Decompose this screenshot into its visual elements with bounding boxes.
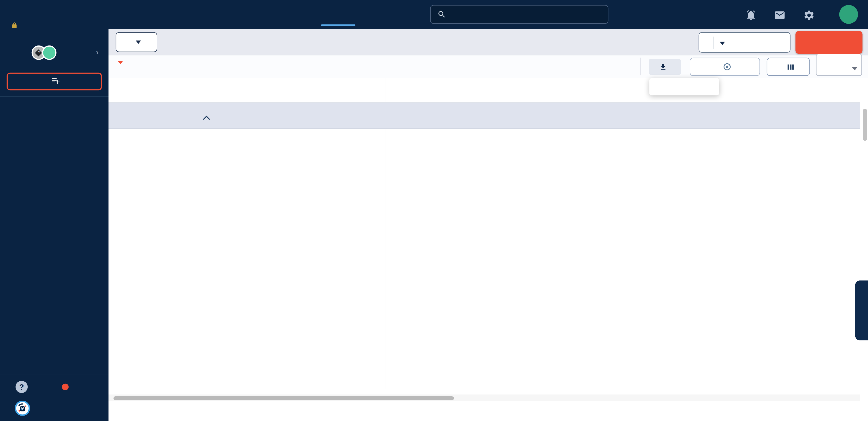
sidebar-item-chat-rosie[interactable]: R (0, 400, 108, 417)
sidebar: ? › ? (0, 0, 108, 421)
divider (640, 58, 640, 75)
table-toolbar (108, 55, 868, 78)
recommendations-button[interactable] (690, 58, 760, 76)
columns-icon (786, 63, 794, 71)
divider (0, 375, 108, 375)
svg-text:R: R (22, 408, 24, 411)
export-dropdown-menu[interactable] (649, 78, 719, 95)
search-icon (437, 10, 446, 19)
caret-down-icon[interactable] (720, 38, 725, 47)
labor-need-table (108, 78, 860, 389)
divider (714, 36, 714, 49)
mail-icon[interactable] (773, 9, 785, 21)
groups-row[interactable]: ? › (0, 46, 108, 61)
eye-icon (723, 63, 731, 71)
help-icon: ? (16, 381, 28, 393)
group-avatar-2[interactable] (42, 46, 57, 60)
brand-subtitle (9, 22, 20, 31)
collapse-chevron-icon[interactable] (203, 112, 210, 122)
caret-down-icon (852, 63, 857, 73)
playlist-add-icon (52, 76, 60, 87)
horizontal-scrollbar[interactable] (108, 395, 860, 401)
group-header-row (108, 103, 860, 129)
caret-down-icon (118, 61, 123, 64)
columns-button[interactable] (767, 58, 810, 76)
top-bar (108, 0, 868, 29)
filter-bar (108, 29, 868, 55)
active-tab-indicator (321, 24, 355, 26)
group-by-select[interactable] (816, 54, 862, 76)
rosie-robot-icon: R (15, 401, 30, 418)
divider (860, 78, 860, 400)
resource-center-tab[interactable] (855, 280, 868, 340)
vertical-scrollbar-thumb[interactable] (863, 109, 867, 141)
caret-down-icon (135, 40, 141, 44)
notifications-bell-icon[interactable] (745, 9, 757, 21)
search-input[interactable] (450, 10, 599, 19)
user-avatar[interactable] (839, 5, 858, 24)
group-header-text (116, 111, 121, 119)
lock-icon (11, 22, 18, 31)
download-icon (659, 63, 667, 71)
request-labor-button[interactable] (796, 31, 862, 54)
horizontal-scrollbar-thumb[interactable] (114, 396, 454, 400)
sidebar-item-help[interactable]: ? (0, 379, 108, 396)
grouping-actions-button[interactable] (114, 61, 123, 64)
schedule-builder-button[interactable] (6, 73, 102, 90)
chevron-right-icon[interactable]: › (96, 48, 98, 57)
views-button[interactable] (116, 32, 157, 52)
create-new-template-button[interactable] (699, 32, 791, 53)
search-box (430, 5, 609, 24)
frozen-column-divider (385, 78, 385, 389)
export-button[interactable] (649, 59, 681, 75)
notification-dot (62, 384, 68, 390)
divider (0, 70, 108, 71)
table-header (108, 78, 860, 103)
diamond-logo-icon: ? (35, 49, 42, 56)
gear-icon[interactable] (803, 9, 815, 21)
divider (0, 96, 108, 97)
app-window: ? › ? (0, 0, 868, 421)
pinned-column-divider (808, 78, 808, 389)
